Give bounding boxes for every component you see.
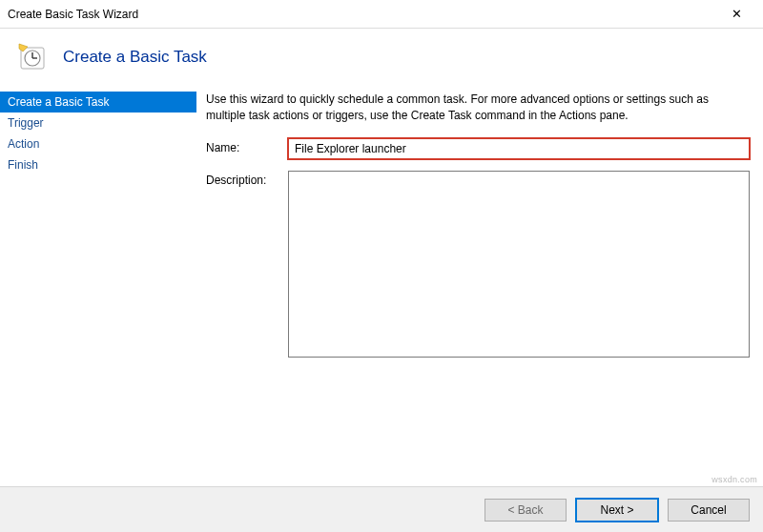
window-title: Create Basic Task Wizard: [8, 8, 717, 21]
name-label: Name:: [206, 138, 288, 154]
next-button[interactable]: Next >: [576, 499, 658, 522]
close-icon: ✕: [732, 7, 742, 21]
wizard-footer: < Back Next > Cancel: [0, 486, 763, 532]
wizard-title: Create a Basic Task: [63, 48, 207, 67]
description-label: Description:: [206, 171, 288, 187]
intro-text: Use this wizard to quickly schedule a co…: [206, 92, 750, 125]
wizard-sidebar: Create a Basic Task Trigger Action Finis…: [0, 88, 196, 469]
watermark: wsxdn.com: [711, 475, 757, 484]
sidebar-item-trigger[interactable]: Trigger: [0, 113, 196, 133]
description-row: Description:: [206, 171, 750, 358]
back-button: < Back: [485, 499, 567, 522]
wizard-icon: [17, 42, 48, 72]
titlebar: Create Basic Task Wizard ✕: [0, 0, 763, 29]
sidebar-item-create-basic-task[interactable]: Create a Basic Task: [0, 92, 196, 113]
description-input[interactable]: [288, 171, 750, 358]
close-button[interactable]: ✕: [717, 1, 755, 28]
sidebar-item-action[interactable]: Action: [0, 133, 196, 154]
name-row: Name:: [206, 138, 750, 159]
cancel-button[interactable]: Cancel: [668, 499, 750, 522]
wizard-body: Create a Basic Task Trigger Action Finis…: [0, 88, 763, 469]
sidebar-item-finish[interactable]: Finish: [0, 154, 196, 175]
wizard-header: Create a Basic Task: [0, 29, 763, 88]
name-input[interactable]: [288, 138, 750, 159]
wizard-main: Use this wizard to quickly schedule a co…: [196, 88, 763, 469]
